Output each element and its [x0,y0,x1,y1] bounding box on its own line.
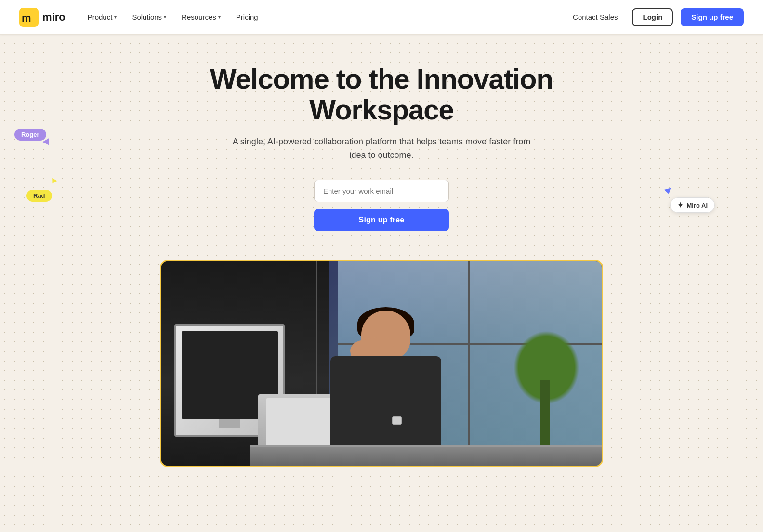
floating-user-rad: Rad [26,190,52,202]
nav-pricing[interactable]: Pricing [229,9,265,25]
signup-hero-button[interactable]: Sign up free [314,209,449,231]
logo[interactable]: m miro [19,8,66,27]
signup-nav-button[interactable]: Sign up free [681,8,744,26]
nav-resources[interactable]: Resources ▾ [175,9,227,25]
roger-cursor-icon [42,138,52,147]
contact-sales-link[interactable]: Contact Sales [566,9,624,25]
login-button[interactable]: Login [632,8,673,26]
logo-text: miro [42,11,66,24]
blue-cursor-icon [664,188,672,195]
navbar-right: Contact Sales Login Sign up free [566,8,744,26]
nav-solutions[interactable]: Solutions ▾ [125,9,173,25]
miro-logo-icon: m [19,8,39,27]
navbar-left: m miro Product ▾ Solutions ▾ Resources ▾… [19,8,265,27]
nav-product[interactable]: Product ▾ [81,9,124,25]
miro-ai-badge: ✦ Miro AI [670,197,715,213]
nav-links: Product ▾ Solutions ▾ Resources ▾ Pricin… [81,9,265,25]
svg-text:m: m [22,12,31,24]
navbar: m miro Product ▾ Solutions ▾ Resources ▾… [0,0,763,35]
floating-user-roger: Roger [14,129,46,141]
product-chevron-icon: ▾ [114,14,117,20]
person-watch [392,416,402,425]
window-divider-v2 [468,261,470,466]
resources-chevron-icon: ▾ [218,14,221,20]
hero-scene [161,261,602,466]
miro-ai-star-icon: ✦ [677,201,684,209]
rad-cursor-icon [50,178,57,185]
office-table [250,445,602,466]
solutions-chevron-icon: ▾ [164,14,166,20]
monitor-stand [219,419,240,428]
email-input[interactable] [314,180,449,202]
hero-subtitle: A single, AI-powered collaboration platf… [232,135,531,163]
hero-section: Roger Rad ✦ Miro AI Welcome to the Innov… [0,35,763,250]
hero-title: Welcome to the Innovation Workspace [189,64,574,125]
person-figure [324,302,447,466]
hero-image-container [160,260,603,467]
